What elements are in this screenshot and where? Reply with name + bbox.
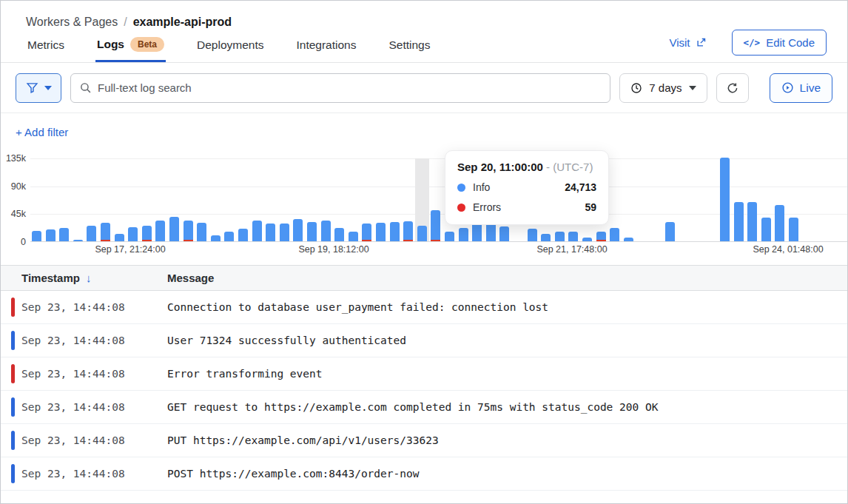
chart-bar[interactable]	[789, 218, 798, 241]
chart-bar[interactable]	[555, 232, 565, 241]
severity-indicator	[11, 464, 15, 483]
log-table-header: Timestamp ↓ Message	[1, 265, 847, 291]
tooltip-title: Sep 20, 11:00:00 - (UTC-7)	[457, 161, 596, 173]
edit-code-button[interactable]: </> Edit Code	[732, 30, 827, 56]
breadcrumb-section[interactable]: Workers & Pages	[26, 16, 118, 29]
chart-bar[interactable]	[747, 202, 757, 241]
severity-indicator	[11, 298, 15, 317]
chart-bar[interactable]	[376, 223, 386, 241]
chart-bar[interactable]	[128, 227, 138, 241]
chart-bar[interactable]	[445, 232, 454, 241]
chart-bar[interactable]	[775, 205, 784, 241]
chart-bar[interactable]	[582, 238, 592, 241]
chart-bar[interactable]	[596, 232, 606, 241]
chart-bar[interactable]	[155, 221, 165, 241]
log-message: POST https://example.com:8443/order-now	[167, 468, 419, 480]
info-dot-icon	[457, 184, 465, 192]
chart-bar-error-segment	[596, 240, 606, 242]
chart-bar[interactable]	[32, 231, 41, 241]
log-table-row[interactable]: Sep 23, 14:44:08 POST https://example.co…	[1, 457, 847, 491]
filter-dropdown-button[interactable]	[16, 73, 61, 103]
chevron-down-icon	[689, 86, 696, 90]
chart-bar[interactable]	[541, 234, 551, 241]
refresh-button[interactable]	[716, 73, 749, 103]
live-button[interactable]: Live	[770, 73, 832, 103]
log-table-row[interactable]: Sep 23, 14:44:08 Connection to database …	[1, 291, 847, 324]
log-table-row[interactable]: Sep 23, 14:44:08 GET request to https://…	[1, 391, 847, 424]
tab-metrics[interactable]: Metrics	[26, 30, 66, 62]
chart-bar[interactable]	[349, 232, 358, 241]
chart-bar[interactable]	[362, 224, 371, 241]
tooltip-info-row: Info 24,713	[457, 181, 596, 193]
severity-indicator	[11, 331, 15, 350]
tooltip-errors-row: Errors 59	[457, 201, 596, 213]
y-axis-tick: 90k	[1, 181, 26, 192]
tab-integrations[interactable]: Integrations	[295, 30, 357, 62]
chart-bar[interactable]	[252, 221, 262, 241]
tab-deployments[interactable]: Deployments	[195, 30, 265, 62]
breadcrumb: Workers & Pages / example-api-prod	[1, 1, 847, 29]
x-axis-tick: Sep 17, 21:24:00	[95, 244, 165, 255]
chevron-down-icon	[44, 86, 52, 90]
chart-bar[interactable]	[459, 228, 468, 241]
y-axis-tick: 0	[1, 237, 26, 247]
visit-link[interactable]: Visit	[669, 36, 706, 49]
chart-bar[interactable]	[238, 229, 248, 241]
x-axis-tick: Sep 19, 18:12:00	[298, 244, 369, 255]
chart-bar[interactable]	[720, 158, 730, 241]
chart-bar[interactable]	[224, 232, 234, 241]
chart-bar[interactable]	[142, 226, 152, 241]
chart-bar[interactable]	[568, 232, 578, 241]
log-timestamp: Sep 23, 14:44:08	[21, 335, 167, 346]
column-header-timestamp[interactable]: Timestamp ↓	[1, 272, 167, 284]
severity-indicator	[11, 364, 15, 383]
chart-bar[interactable]	[499, 226, 509, 241]
log-timestamp: Sep 23, 14:44:08	[21, 401, 167, 413]
search-box	[70, 73, 610, 103]
chart-bar[interactable]	[184, 221, 193, 241]
chart-bar[interactable]	[73, 240, 83, 241]
chart-bar[interactable]	[87, 226, 96, 241]
severity-indicator	[11, 397, 15, 417]
sort-down-icon[interactable]: ↓	[86, 272, 92, 284]
chart-bar[interactable]	[761, 218, 771, 241]
log-message: User 71324 successfully authenticated	[167, 335, 406, 346]
chart-bar[interactable]	[431, 210, 440, 241]
chart-bar[interactable]	[169, 217, 179, 241]
chart-bar[interactable]	[624, 238, 633, 241]
chart-bar[interactable]	[665, 222, 675, 241]
chart-bar[interactable]	[472, 223, 482, 241]
severity-indicator	[11, 431, 15, 450]
chart-bar[interactable]	[46, 229, 55, 241]
log-timestamp: Sep 23, 14:44:08	[21, 368, 167, 380]
chart-bar[interactable]	[417, 226, 427, 241]
log-table-row[interactable]: Sep 23, 14:44:08 PUT https://example.com…	[1, 424, 847, 457]
column-header-message[interactable]: Message	[167, 272, 214, 284]
log-table-row[interactable]: Sep 23, 14:44:08 Error transforming even…	[1, 357, 847, 391]
chart-bar[interactable]	[610, 228, 619, 241]
log-table-row[interactable]: Sep 23, 14:44:08 User 71324 successfully…	[1, 324, 847, 357]
chart-bar[interactable]	[321, 221, 331, 241]
chart-bar[interactable]	[101, 223, 110, 241]
chart-bar[interactable]	[115, 234, 124, 241]
breadcrumb-separator: /	[124, 16, 127, 29]
chart-bar[interactable]	[390, 222, 400, 241]
tab-settings[interactable]: Settings	[387, 30, 431, 62]
chart-bar[interactable]	[197, 223, 206, 241]
chart-bar[interactable]	[280, 224, 289, 241]
chart-bar[interactable]	[211, 235, 221, 241]
chart-bar[interactable]	[403, 221, 413, 241]
chart-bar[interactable]	[293, 219, 303, 241]
chart-bar[interactable]	[59, 228, 69, 241]
code-icon: </>	[744, 37, 761, 48]
add-filter-button[interactable]: + Add filter	[16, 126, 68, 138]
chart-bar[interactable]	[528, 229, 537, 241]
chart-bar[interactable]	[734, 202, 744, 241]
chart-bar[interactable]	[307, 222, 317, 241]
add-filter-row: + Add filter	[1, 113, 847, 152]
tab-logs[interactable]: Logs Beta	[95, 28, 166, 62]
search-input[interactable]	[70, 73, 610, 103]
chart-bar[interactable]	[266, 224, 275, 241]
chart-bar[interactable]	[334, 228, 344, 241]
time-range-dropdown[interactable]: 7 days	[619, 73, 707, 103]
